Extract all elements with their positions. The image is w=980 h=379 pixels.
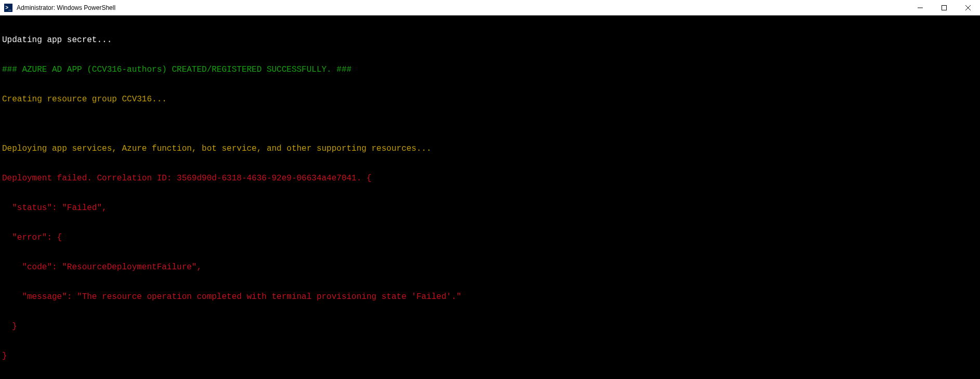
close-button[interactable] xyxy=(956,0,980,16)
output-line: } xyxy=(2,351,978,361)
output-line: "code": "ResourceDeploymentFailure", xyxy=(2,263,978,272)
output-line: "message": "The resource operation compl… xyxy=(2,292,978,302)
output-line: "status": "Failed", xyxy=(2,203,978,213)
output-line: } xyxy=(2,322,978,332)
output-line: Creating resource group CCV316... xyxy=(2,95,978,104)
window-title: Administrator: Windows PowerShell xyxy=(16,4,908,11)
output-line: Updating app secret... xyxy=(2,35,978,45)
window-titlebar: >_ Administrator: Windows PowerShell xyxy=(0,0,980,16)
output-line: "error": { xyxy=(2,233,978,243)
output-line: Deployment failed. Correlation ID: 3569d… xyxy=(2,174,978,184)
minimize-button[interactable] xyxy=(908,0,932,16)
output-line: Deploying app services, Azure function, … xyxy=(2,144,978,154)
svg-rect-1 xyxy=(942,5,947,10)
terminal-output[interactable]: Updating app secret... ### AZURE AD APP … xyxy=(0,16,980,379)
powershell-icon: >_ xyxy=(4,4,12,12)
output-line: ### AZURE AD APP (CCV316-authors) CREATE… xyxy=(2,65,978,75)
maximize-button[interactable] xyxy=(932,0,956,16)
